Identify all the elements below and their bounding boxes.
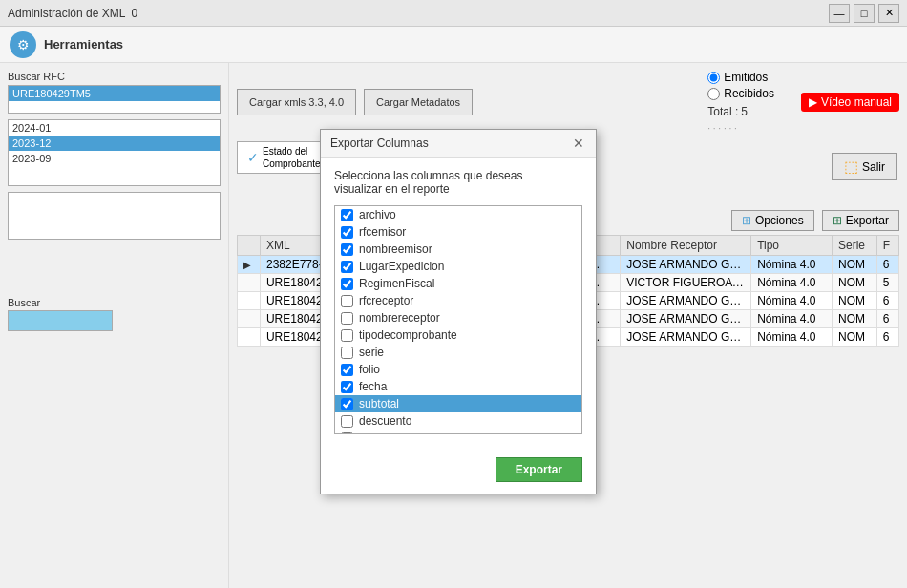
checkbox-nombrereceptor-label: nombrereceptor bbox=[359, 311, 440, 325]
checkbox-lugarexpedicion-input[interactable] bbox=[341, 261, 353, 273]
checkbox-nombrereceptor-input[interactable] bbox=[341, 312, 353, 325]
cell-arrow bbox=[238, 274, 261, 292]
checkbox-descuento-label: descuento bbox=[359, 414, 411, 428]
dots-indicator: · · · · · · bbox=[707, 123, 774, 134]
modal-titlebar: Exportar Columnas ✕ bbox=[321, 130, 596, 158]
cell-nombre-receptor: JOSE ARMANDO GUDIÑO ANAYA bbox=[621, 256, 751, 274]
salir-button[interactable]: ⬚ Salir bbox=[832, 153, 897, 180]
checkbox-rfcemisor[interactable]: rfcemisor bbox=[335, 223, 581, 241]
checkbox-imptraslado-input[interactable] bbox=[341, 432, 353, 435]
date-item-2023-09[interactable]: 2023-09 bbox=[9, 151, 220, 166]
titlebar-left: Administración de XML 0 bbox=[8, 7, 137, 20]
checkbox-regimenfiscal-input[interactable] bbox=[341, 278, 353, 290]
checkbox-subtotal-input[interactable] bbox=[341, 398, 353, 410]
col-serie: Serie bbox=[832, 236, 876, 256]
checkbox-folio-input[interactable] bbox=[341, 364, 353, 376]
checkbox-serie[interactable]: serie bbox=[335, 344, 581, 361]
checkbox-lugarexpedicion-label: LugarExpedicion bbox=[359, 260, 444, 273]
search-input2[interactable] bbox=[8, 310, 113, 331]
checkbox-archivo-label: archivo bbox=[359, 208, 396, 221]
recibidos-radio[interactable] bbox=[707, 88, 720, 100]
checkbox-archivo-input[interactable] bbox=[341, 209, 353, 221]
modal-description: Selecciona las columnas que deseasvisual… bbox=[334, 169, 582, 196]
checkbox-rfcreceptor[interactable]: rfcreceptor bbox=[335, 292, 581, 309]
checkbox-serie-input[interactable] bbox=[341, 346, 353, 359]
date-item-2023-12[interactable]: 2023-12 bbox=[9, 136, 220, 151]
modal-close-button[interactable]: ✕ bbox=[571, 136, 586, 151]
toolbar: ⚙ Herramientas bbox=[0, 27, 907, 63]
cell-nombre-receptor: JOSE ARMANDO GUDIÑO ANAYA bbox=[621, 292, 751, 310]
recibidos-row: Recibidos bbox=[707, 87, 774, 100]
load-xml-button[interactable]: Cargar xmls 3.3, 4.0 bbox=[237, 89, 356, 116]
options-label: Opciones bbox=[755, 214, 804, 227]
top-buttons-row: Cargar xmls 3.3, 4.0 Cargar Metadatos Em… bbox=[237, 71, 899, 134]
cell-arrow: ▶ bbox=[238, 256, 261, 274]
checkbox-descuento-input[interactable] bbox=[341, 415, 353, 428]
cell-nombre-receptor: JOSE ARMANDO GUDIÑO ANAYA bbox=[621, 328, 751, 346]
radio-group: Emitidos Recibidos Total : 5 · · · · · · bbox=[707, 71, 774, 134]
left-panel: Buscar RFC URE180429TM5 2024-01 2023-12 … bbox=[0, 63, 229, 588]
modal-body: Selecciona las columnas que deseasvisual… bbox=[321, 158, 596, 457]
recibidos-label: Recibidos bbox=[724, 87, 774, 100]
export-excel-icon: ⊞ bbox=[833, 214, 842, 227]
checkbox-fecha[interactable]: fecha bbox=[335, 378, 581, 395]
load-metadata-button[interactable]: Cargar Metadatos bbox=[364, 89, 473, 116]
titlebar: Administración de XML 0 — □ ✕ bbox=[0, 0, 907, 27]
checkbox-tipodecomprobante-input[interactable] bbox=[341, 329, 353, 342]
checkbox-folio-label: folio bbox=[359, 363, 380, 376]
total-label: Total : bbox=[707, 105, 738, 118]
minimize-button[interactable]: — bbox=[829, 4, 850, 23]
checkbox-rfcreceptor-input[interactable] bbox=[341, 295, 353, 307]
rfc-item[interactable]: URE180429TM5 bbox=[9, 86, 220, 101]
cell-tipo: Nómina 4.0 bbox=[751, 328, 833, 346]
checkbox-imptraslado[interactable]: imptraslado bbox=[335, 430, 581, 434]
checkbox-regimenfiscal-label: RegimenFiscal bbox=[359, 277, 434, 290]
options-button[interactable]: ⊞ Opciones bbox=[731, 210, 814, 231]
emitidos-label: Emitidos bbox=[724, 71, 768, 84]
checkbox-archivo[interactable]: archivo bbox=[335, 206, 581, 223]
titlebar-title: Administración de XML bbox=[8, 7, 125, 20]
modal-export-button[interactable]: Exportar bbox=[496, 457, 582, 482]
modal-title: Exportar Columnas bbox=[330, 136, 429, 150]
date-item-2024-01[interactable]: 2024-01 bbox=[9, 120, 220, 136]
checkbox-regimenfiscal[interactable]: RegimenFiscal bbox=[335, 275, 581, 292]
date-list[interactable]: 2024-01 2023-12 2023-09 bbox=[8, 119, 221, 186]
cell-tipo: Nómina 4.0 bbox=[751, 274, 833, 292]
cell-f: 6 bbox=[876, 310, 898, 328]
cell-arrow bbox=[238, 292, 261, 310]
checkbox-tipodecomprobante-label: tipodecomprobante bbox=[359, 328, 457, 342]
checkbox-descuento[interactable]: descuento bbox=[335, 412, 581, 430]
titlebar-count: 0 bbox=[131, 7, 137, 20]
cell-tipo: Nómina 4.0 bbox=[751, 256, 833, 274]
cell-f: 6 bbox=[876, 328, 898, 346]
cell-f: 6 bbox=[876, 292, 898, 310]
titlebar-controls: — □ ✕ bbox=[829, 4, 899, 23]
checkbox-tipodecomprobante[interactable]: tipodecomprobante bbox=[335, 326, 581, 344]
cell-serie: NOM bbox=[832, 328, 876, 346]
checkbox-lugarexpedicion[interactable]: LugarExpedicion bbox=[335, 258, 581, 275]
checkbox-fecha-label: fecha bbox=[359, 380, 387, 393]
toolbar-title: Herramientas bbox=[44, 37, 123, 52]
col-nombre-receptor: Nombre Receptor bbox=[621, 236, 751, 256]
checkbox-nombreemisor[interactable]: nombreemisor bbox=[335, 241, 581, 258]
salir-icon: ⬚ bbox=[844, 158, 858, 176]
close-button[interactable]: ✕ bbox=[878, 4, 899, 23]
cell-serie: NOM bbox=[832, 292, 876, 310]
checkbox-nombreemisor-input[interactable] bbox=[341, 243, 353, 256]
rfc-list[interactable]: URE180429TM5 bbox=[8, 85, 221, 114]
total-row: Total : 5 bbox=[707, 105, 774, 118]
video-manual-button[interactable]: ▶ Vídeo manual bbox=[801, 93, 899, 112]
emitidos-radio[interactable] bbox=[707, 72, 720, 84]
estado-comprobante-button[interactable]: ✓ Estado delComprobante bbox=[237, 141, 331, 174]
modal-footer: Exportar bbox=[321, 457, 596, 494]
export-button[interactable]: ⊞ Exportar bbox=[822, 210, 899, 231]
rfc-search-label: Buscar RFC bbox=[8, 71, 221, 82]
checkbox-rfcemisor-input[interactable] bbox=[341, 226, 353, 239]
checkbox-subtotal[interactable]: subtotal bbox=[335, 395, 581, 412]
checkbox-nombrereceptor[interactable]: nombrereceptor bbox=[335, 309, 581, 326]
checkbox-rfcemisor-label: rfcemisor bbox=[359, 225, 406, 239]
maximize-button[interactable]: □ bbox=[854, 4, 875, 23]
checkbox-folio[interactable]: folio bbox=[335, 361, 581, 378]
checkbox-fecha-input[interactable] bbox=[341, 381, 353, 393]
cell-serie: NOM bbox=[832, 274, 876, 292]
